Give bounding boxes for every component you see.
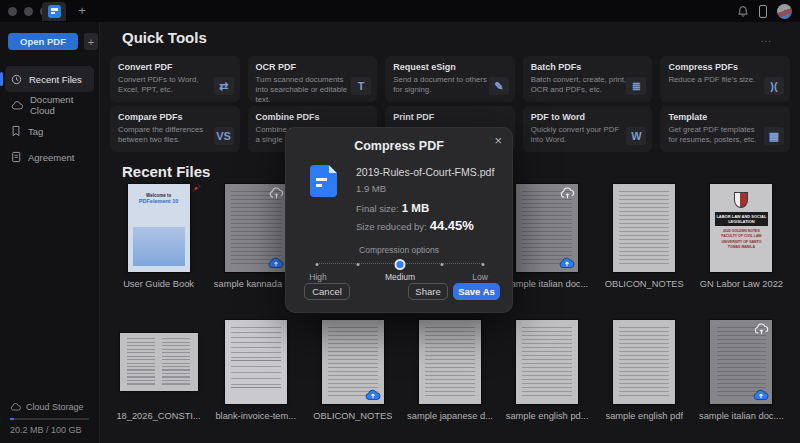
- convert-pdf-icon: ⇄: [214, 77, 234, 95]
- save-as-button[interactable]: Save As: [453, 283, 500, 300]
- new-tab-button[interactable]: +: [74, 2, 90, 20]
- file-tile[interactable]: LABOR LAW AND SOCIAL LEGISLATION 2022 GO…: [693, 184, 789, 290]
- file-name: sample italian doc....: [699, 411, 784, 422]
- compress-pdf-dialog: × Compress PDF 2019-Rules-of-Court-FMS.p…: [285, 127, 513, 313]
- thumbnail-cover-text: LABOR LAW AND SOCIAL LEGISLATION: [715, 212, 768, 226]
- quick-tool-card[interactable]: Batch PDFs Batch convert, create, print,…: [523, 56, 653, 102]
- file-name: GN Labor Law 2022: [700, 279, 783, 290]
- file-tile[interactable]: OBLICON_NOTES: [596, 184, 692, 290]
- thumbnail-content: [133, 227, 185, 266]
- thumbnail-content: [231, 191, 281, 265]
- file-name: sample italian doc...: [506, 279, 588, 290]
- cloud-icon: [11, 101, 23, 110]
- storage-usage-text: 20.2 MB / 100 GB: [10, 425, 89, 435]
- file-tile[interactable]: 18_2026_CONSTI...: [111, 320, 207, 422]
- minimize-window-button[interactable]: [24, 7, 33, 16]
- sidebar-item-recent-files[interactable]: Recent Files: [5, 66, 94, 92]
- quick-tool-card[interactable]: Compress PDFs Reduce a PDF file's size. …: [660, 56, 790, 102]
- tag-icon: [11, 125, 21, 137]
- template-icon: ▦: [764, 127, 784, 145]
- quick-tool-card[interactable]: Template Get great PDF templates for res…: [660, 106, 790, 152]
- slider-label-medium[interactable]: Medium: [385, 272, 415, 282]
- tool-title: Batch PDFs: [531, 62, 627, 72]
- thumbnail-content: [127, 338, 189, 387]
- file-thumbnail: [613, 320, 675, 404]
- cloud-synced-badge: [753, 389, 769, 401]
- cloud-synced-badge: [365, 389, 381, 401]
- file-tile[interactable]: blank-invoice-tem...: [208, 320, 304, 422]
- quick-tool-card[interactable]: Compare PDFs Compare the differences bet…: [110, 106, 240, 152]
- ocr-pdf-icon: T: [351, 77, 371, 95]
- open-pdf-button[interactable]: Open PDF: [8, 33, 78, 50]
- thumbnail-content: [231, 327, 281, 358]
- file-thumbnail: [710, 320, 772, 404]
- size-reduced-row: Size reduced by:44.45%: [356, 218, 474, 233]
- add-file-button[interactable]: +: [84, 33, 98, 50]
- sidebar-item-document-cloud[interactable]: Document Cloud: [5, 92, 94, 118]
- agreement-icon: [11, 151, 21, 163]
- thumbnail-cover-text: 2022 GOLDEN NOTES FACULTY OF CIVIL LAW U…: [717, 229, 767, 250]
- slider-label-high[interactable]: High: [309, 272, 326, 282]
- sidebar-item-label: Tag: [28, 126, 43, 137]
- close-window-button[interactable]: [8, 7, 17, 16]
- quick-tool-card[interactable]: Convert PDF Convert PDFs to Word, Excel,…: [110, 56, 240, 102]
- tool-title: Print PDF: [393, 112, 489, 122]
- compression-slider[interactable]: High Medium Low: [316, 258, 484, 282]
- tool-description: Batch convert, create, print, OCR and PD…: [531, 75, 627, 95]
- slider-label-low[interactable]: Low: [472, 272, 488, 282]
- file-name: OBLICON_NOTES: [605, 279, 684, 290]
- request-esign-icon: ✎: [489, 77, 509, 95]
- file-tile[interactable]: sample italian doc...: [499, 184, 595, 290]
- share-button[interactable]: Share: [408, 283, 448, 300]
- thumbnail-content: [619, 327, 669, 398]
- thumbnail-content: [425, 327, 475, 398]
- app-tab[interactable]: [42, 2, 66, 21]
- crest-graphic: [734, 192, 748, 208]
- file-name: sample japanese d...: [407, 411, 493, 422]
- pdfelement-logo-icon: [48, 5, 61, 18]
- file-thumbnail: [120, 333, 198, 391]
- cloud-storage-status: Cloud Storage 20.2 MB / 100 GB: [10, 402, 89, 435]
- quick-tool-card[interactable]: PDF to Word Quickly convert your PDF int…: [523, 106, 653, 152]
- dialog-title: Compress PDF: [286, 139, 512, 153]
- sidebar-item-label: Agreement: [28, 152, 74, 163]
- batch-pdfs-icon: ≣: [626, 77, 646, 95]
- tool-description: Send a document to others for signing.: [393, 75, 489, 95]
- final-size-row: Final size:1 MB: [356, 202, 429, 214]
- cloud-synced-badge: [559, 257, 575, 269]
- cancel-button[interactable]: Cancel: [304, 283, 350, 300]
- device-icon[interactable]: [759, 5, 767, 18]
- file-tile[interactable]: sample english pdf: [596, 320, 692, 422]
- sidebar-item-agreement[interactable]: Agreement: [5, 144, 94, 170]
- file-tile[interactable]: sample english pd...: [499, 320, 595, 422]
- file-tile[interactable]: Welcome to PDFelement 10 User Guide Book: [111, 184, 207, 290]
- file-thumbnail: [516, 320, 578, 404]
- compare-pdfs-icon: VS: [214, 127, 234, 145]
- thumbnail-content: [328, 327, 378, 398]
- tool-title: Compare PDFs: [118, 112, 214, 122]
- clock-icon: [11, 74, 22, 85]
- slider-handle[interactable]: [395, 259, 406, 270]
- more-options-icon[interactable]: ...: [761, 33, 772, 44]
- file-name: 2019-Rules-of-Court-FMS.pdf: [356, 166, 494, 178]
- cloud-upload-icon: [560, 187, 575, 199]
- file-name: sample english pd...: [506, 411, 589, 422]
- final-size-value: 1 MB: [402, 202, 429, 214]
- quick-tools-title: Quick Tools: [122, 29, 207, 46]
- sidebar-item-tag[interactable]: Tag: [5, 118, 94, 144]
- tool-title: Compress PDFs: [668, 62, 764, 72]
- tool-title: Convert PDF: [118, 62, 214, 72]
- file-name: 18_2026_CONSTI...: [116, 411, 200, 422]
- bell-icon[interactable]: [737, 5, 749, 18]
- pin-icon: [191, 182, 202, 195]
- quick-tool-card[interactable]: OCR PDF Turn scanned documents into sear…: [248, 56, 378, 102]
- file-tile[interactable]: sample japanese d...: [402, 320, 498, 422]
- file-thumbnail: [225, 184, 287, 272]
- file-thumbnail: [419, 320, 481, 404]
- avatar[interactable]: [777, 4, 792, 19]
- quick-tool-card[interactable]: Request eSign Send a document to others …: [385, 56, 515, 102]
- cloud-upload-icon: [269, 187, 284, 199]
- sidebar-item-label: Document Cloud: [30, 94, 88, 116]
- file-tile[interactable]: OBLICON_NOTES: [305, 320, 401, 422]
- file-tile[interactable]: sample italian doc....: [693, 320, 789, 422]
